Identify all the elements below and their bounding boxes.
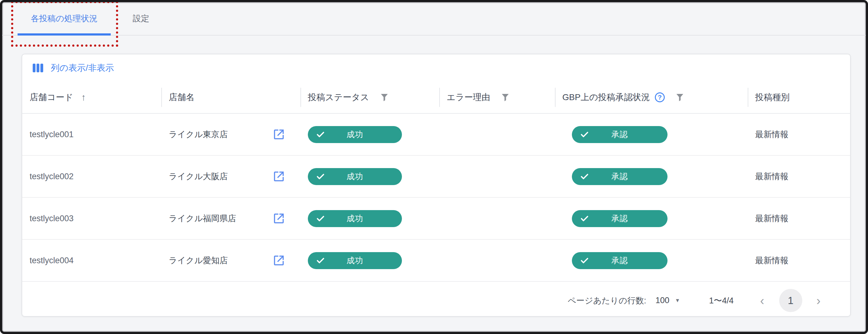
sort-ascending-icon[interactable]: ↑	[81, 92, 86, 103]
column-header-post-status[interactable]: 投稿ステータス	[301, 82, 439, 113]
rows-per-page-value: 100	[655, 296, 669, 305]
check-icon	[579, 171, 590, 182]
check-icon	[579, 255, 590, 266]
external-link-icon	[272, 128, 285, 141]
tab-settings[interactable]: 設定	[121, 2, 161, 35]
posts-status-card: 列の表示/非表示 店舗コード ↑ 店舗名 投稿ステータス エラー理由	[22, 54, 851, 317]
external-link-icon	[272, 212, 285, 225]
column-header-store-code[interactable]: 店舗コード ↑	[22, 82, 161, 113]
column-header-error-reason[interactable]: エラー理由	[439, 82, 555, 113]
table-row: testlycle002 ライクル大阪店 成功	[22, 156, 850, 198]
store-name-text: ライクル東京店	[169, 129, 272, 140]
approval-badge: 承認	[572, 252, 668, 269]
rows-per-page-label: ページあたりの行数:	[568, 295, 646, 306]
store-code-cell: testlycle003	[22, 214, 161, 223]
check-icon	[579, 213, 590, 224]
open-external-link-button[interactable]	[272, 128, 285, 141]
table-toolbar: 列の表示/非表示	[22, 54, 850, 82]
store-code-cell: testlycle004	[22, 256, 161, 266]
store-name-cell: ライクル愛知店	[161, 254, 301, 267]
column-header-post-type: 投稿種別	[748, 82, 850, 113]
gbp-approval-cell: 承認	[555, 210, 748, 227]
tab-bar: 各投稿の処理状況 設定	[2, 2, 866, 35]
approval-badge: 承認	[572, 168, 668, 185]
table-row: testlycle001 ライクル東京店 成功	[22, 114, 850, 156]
store-name-cell: ライクル大阪店	[161, 170, 301, 183]
tab-label: 設定	[133, 13, 149, 24]
post-status-cell: 成功	[301, 252, 439, 269]
chevron-down-icon: ▼	[675, 298, 680, 304]
column-header-store-name[interactable]: 店舗名	[161, 82, 301, 113]
table-row: testlycle004 ライクル愛知店 成功	[22, 240, 850, 282]
active-tab-indicator	[18, 33, 111, 35]
status-badge: 成功	[308, 126, 402, 143]
check-icon	[579, 129, 590, 140]
store-name-text: ライクル愛知店	[169, 255, 272, 266]
filter-icon[interactable]	[380, 93, 389, 102]
external-link-icon	[272, 254, 285, 267]
table-footer: ページあたりの行数: 100 ▼ 1〜4/4 ‹ 1 ›	[22, 282, 850, 317]
tab-post-processing-status[interactable]: 各投稿の処理状況	[18, 2, 111, 35]
column-header-gbp-approval[interactable]: GBP上の投稿承認状況 ?	[555, 82, 748, 113]
table-row: testlycle003 ライクル福岡県店 成功	[22, 198, 850, 240]
gbp-approval-cell: 承認	[555, 126, 748, 143]
post-type-cell: 最新情報	[748, 213, 850, 224]
filter-icon[interactable]	[675, 93, 684, 102]
gbp-approval-cell: 承認	[555, 252, 748, 269]
open-external-link-button[interactable]	[272, 212, 285, 225]
table-header-row: 店舗コード ↑ 店舗名 投稿ステータス エラー理由 GBP上の投稿承認状況	[22, 82, 850, 114]
status-badge: 成功	[308, 210, 402, 227]
column-visibility-button[interactable]: 列の表示/非表示	[32, 62, 114, 74]
store-code-cell: testlycle002	[22, 172, 161, 182]
approval-badge: 承認	[572, 126, 668, 143]
filter-icon[interactable]	[501, 93, 510, 102]
post-type-cell: 最新情報	[748, 255, 850, 266]
status-badge: 成功	[308, 252, 402, 269]
post-status-cell: 成功	[301, 126, 439, 143]
rows-per-page-select[interactable]: 100 ▼	[655, 296, 680, 305]
gbp-approval-cell: 承認	[555, 168, 748, 185]
store-name-cell: ライクル福岡県店	[161, 212, 301, 225]
store-code-cell: testlycle001	[22, 130, 161, 139]
post-type-cell: 最新情報	[748, 171, 850, 182]
check-icon	[315, 171, 326, 182]
check-icon	[315, 255, 326, 266]
app-window: 各投稿の処理状況 設定 列の表示/非表示 店舗コード ↑	[0, 0, 868, 334]
column-visibility-label: 列の表示/非表示	[51, 62, 114, 74]
open-external-link-button[interactable]	[272, 170, 285, 183]
check-icon	[315, 129, 326, 140]
pagination-range-label: 1〜4/4	[709, 295, 734, 306]
status-badge: 成功	[308, 168, 402, 185]
next-page-button[interactable]: ›	[816, 295, 820, 307]
previous-page-button[interactable]: ‹	[760, 295, 764, 307]
store-name-text: ライクル大阪店	[169, 171, 272, 182]
external-link-icon	[272, 170, 285, 183]
tab-label: 各投稿の処理状況	[31, 13, 98, 24]
help-icon[interactable]: ?	[655, 92, 665, 102]
approval-badge: 承認	[572, 210, 668, 227]
post-type-cell: 最新情報	[748, 129, 850, 140]
store-name-text: ライクル福岡県店	[169, 213, 272, 224]
check-icon	[315, 213, 326, 224]
current-page-button[interactable]: 1	[779, 289, 802, 312]
post-status-cell: 成功	[301, 210, 439, 227]
post-status-cell: 成功	[301, 168, 439, 185]
columns-icon	[32, 63, 43, 73]
open-external-link-button[interactable]	[272, 254, 285, 267]
store-name-cell: ライクル東京店	[161, 128, 301, 141]
